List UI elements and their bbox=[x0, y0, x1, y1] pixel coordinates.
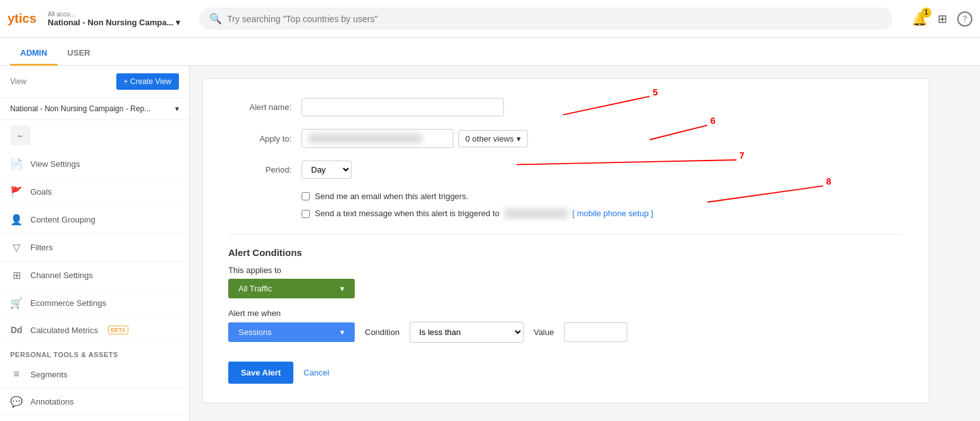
sidebar-item-channel-settings[interactable]: ⊞ Channel Settings bbox=[0, 262, 189, 290]
alert-form: 5 6 7 8 Alert name: Apply to: bbox=[202, 78, 929, 403]
sidebar: View + Create View National - Non Nursin… bbox=[0, 66, 190, 421]
email-checkbox[interactable] bbox=[302, 192, 310, 200]
text-checkbox-label: Send a text message when this alert is t… bbox=[315, 209, 653, 219]
alert-conditions-title: Alert Conditions bbox=[228, 234, 903, 258]
apply-to-row: Apply to: 0 other views ▾ bbox=[228, 129, 903, 148]
sidebar-item-calculated-metrics[interactable]: Dd Calculated Metrics BETA bbox=[0, 317, 189, 343]
sidebar-item-label: Calculated Metrics bbox=[30, 326, 98, 335]
account-select-dropdown[interactable]: National - Non Nursing Campaign - Rep...… bbox=[0, 98, 189, 120]
period-label: Period: bbox=[228, 165, 291, 174]
account-selector[interactable]: All acco... National - Non Nursing Campa… bbox=[48, 11, 181, 27]
sessions-dropdown[interactable]: Sessions ▾ bbox=[228, 322, 355, 342]
channel-icon: ⊞ bbox=[10, 269, 23, 281]
main-layout: View + Create View National - Non Nursin… bbox=[0, 66, 980, 421]
topbar-right: 🔔 1 ⊞ ? bbox=[912, 11, 972, 27]
app-logo: ytics bbox=[8, 11, 37, 26]
applies-to-label: This applies to bbox=[228, 265, 903, 275]
segments-icon: ≡ bbox=[10, 369, 23, 380]
sidebar-item-label: Ecommerce Settings bbox=[30, 298, 106, 308]
cart-icon: 🛒 bbox=[10, 297, 23, 309]
arrow-left-icon: ← bbox=[16, 131, 25, 140]
email-checkbox-label: Send me an email when this alert trigger… bbox=[315, 192, 469, 201]
svg-text:7: 7 bbox=[739, 150, 744, 161]
other-views-label: 0 other views bbox=[465, 134, 514, 143]
search-bar[interactable]: 🔍 bbox=[199, 8, 893, 30]
sidebar-item-label: Goals bbox=[30, 187, 52, 197]
email-checkbox-row: Send me an email when this alert trigger… bbox=[302, 192, 903, 201]
help-button[interactable]: ? bbox=[957, 11, 972, 27]
flag-icon: 🚩 bbox=[10, 186, 23, 198]
back-button[interactable]: ← bbox=[10, 125, 30, 145]
condition-select[interactable]: Is less than Is greater than Is equal to bbox=[410, 322, 524, 343]
chevron-down-icon: ▾ bbox=[176, 18, 180, 27]
annotations-icon: 💬 bbox=[10, 396, 23, 408]
alert-name-label: Alert name: bbox=[228, 102, 291, 112]
sidebar-item-label: View Settings bbox=[30, 159, 80, 169]
tab-bar: ADMIN USER bbox=[0, 38, 980, 66]
tab-user[interactable]: USER bbox=[58, 42, 101, 66]
account-label: All acco... bbox=[48, 11, 181, 18]
sidebar-view-header: View + Create View bbox=[0, 66, 189, 98]
chevron-down-icon: ▾ bbox=[175, 104, 179, 113]
all-traffic-label: All Traffic bbox=[238, 284, 272, 293]
beta-badge: BETA bbox=[108, 326, 128, 334]
text-checkbox[interactable] bbox=[302, 210, 310, 218]
apply-to-fields: 0 other views ▾ bbox=[302, 129, 528, 148]
sidebar-item-goals[interactable]: 🚩 Goals bbox=[0, 178, 189, 206]
alert-conditions-section: Alert Conditions This applies to All Tra… bbox=[228, 234, 903, 343]
account-name: National - Non Nursing Campa... ▾ bbox=[48, 18, 181, 27]
apply-to-input bbox=[302, 129, 453, 148]
other-views-dropdown[interactable]: 0 other views ▾ bbox=[458, 130, 528, 147]
search-icon: 🔍 bbox=[209, 13, 222, 25]
text-checkbox-row: Send a text message when this alert is t… bbox=[302, 209, 903, 219]
cancel-button[interactable]: Cancel bbox=[303, 368, 329, 377]
content-area: 5 6 7 8 Alert name: Apply to: bbox=[190, 66, 980, 421]
sidebar-item-ecommerce-settings[interactable]: 🛒 Ecommerce Settings bbox=[0, 290, 189, 317]
value-input[interactable] bbox=[564, 322, 627, 342]
conditions-row: Sessions ▾ Condition Is less than Is gre… bbox=[228, 322, 903, 343]
apps-grid-icon[interactable]: ⊞ bbox=[938, 12, 947, 26]
apply-to-label: Apply to: bbox=[228, 134, 291, 143]
view-label: View bbox=[10, 77, 27, 86]
sidebar-item-filters[interactable]: ▽ Filters bbox=[0, 234, 189, 262]
alert-me-when-label: Alert me when bbox=[228, 308, 903, 318]
sidebar-item-label: Annotations bbox=[30, 397, 74, 406]
document-icon: 📄 bbox=[10, 158, 23, 170]
topbar: ytics All acco... National - Non Nursing… bbox=[0, 0, 980, 38]
chevron-down-icon: ▾ bbox=[517, 134, 521, 143]
all-traffic-dropdown[interactable]: All Traffic ▾ bbox=[228, 279, 355, 298]
notification-badge: 1 bbox=[921, 8, 931, 18]
chevron-down-icon: ▾ bbox=[340, 284, 345, 293]
sidebar-item-label: Segments bbox=[30, 370, 68, 379]
notification-button[interactable]: 🔔 1 bbox=[912, 11, 928, 27]
metrics-icon: Dd bbox=[10, 325, 23, 335]
sidebar-item-label: Content Grouping bbox=[30, 215, 95, 224]
create-view-button[interactable]: + Create View bbox=[116, 73, 180, 90]
save-alert-button[interactable]: Save Alert bbox=[228, 362, 293, 384]
form-actions: Save Alert Cancel bbox=[228, 362, 903, 384]
alert-me-when-section: Alert me when Sessions ▾ Condition Is le… bbox=[228, 308, 903, 343]
mobile-phone-setup-link[interactable]: [ mobile phone setup ] bbox=[572, 209, 653, 218]
person-icon: 👤 bbox=[10, 214, 23, 226]
value-label: Value bbox=[534, 327, 554, 337]
sidebar-item-annotations[interactable]: 💬 Annotations bbox=[0, 388, 189, 416]
account-select-label: National - Non Nursing Campaign - Rep... bbox=[10, 104, 150, 113]
condition-label: Condition bbox=[365, 327, 400, 337]
filter-icon: ▽ bbox=[10, 241, 23, 253]
sessions-label: Sessions bbox=[238, 327, 272, 337]
period-row: Period: Day Week Month bbox=[228, 161, 903, 179]
alert-name-row: Alert name: bbox=[228, 98, 903, 116]
search-input[interactable] bbox=[227, 14, 883, 24]
sidebar-item-content-grouping[interactable]: 👤 Content Grouping bbox=[0, 206, 189, 234]
period-select[interactable]: Day Week Month bbox=[302, 161, 352, 179]
svg-text:6: 6 bbox=[711, 116, 716, 126]
sidebar-item-segments[interactable]: ≡ Segments bbox=[0, 361, 189, 388]
sidebar-item-label: Filters bbox=[30, 243, 52, 252]
tab-admin[interactable]: ADMIN bbox=[10, 42, 58, 66]
alert-name-input[interactable] bbox=[302, 98, 504, 116]
svg-text:5: 5 bbox=[652, 87, 658, 97]
sidebar-item-label: Channel Settings bbox=[30, 271, 93, 280]
personal-tools-header: PERSONAL TOOLS & ASSETS bbox=[0, 343, 189, 361]
chevron-down-icon: ▾ bbox=[340, 327, 345, 337]
sidebar-item-view-settings[interactable]: 📄 View Settings bbox=[0, 150, 189, 178]
